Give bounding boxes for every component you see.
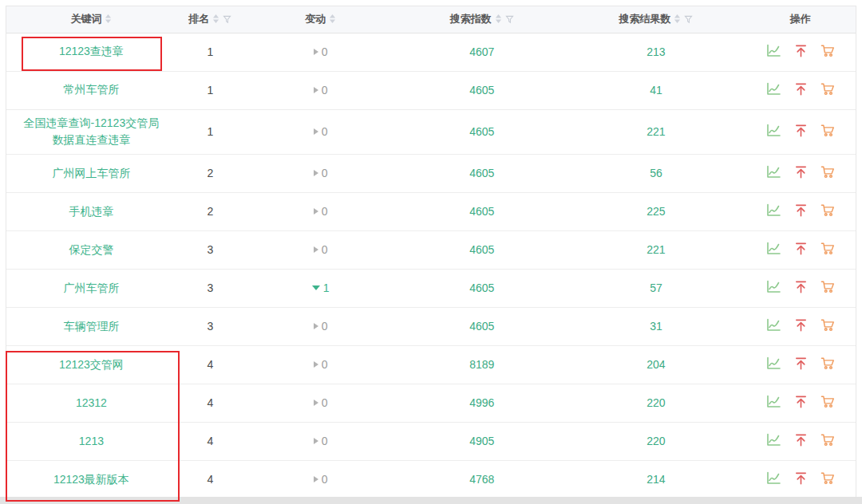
search-index-link[interactable]: 8189 — [469, 358, 494, 371]
search-results-link[interactable]: 213 — [646, 45, 665, 58]
to-top-icon[interactable] — [793, 43, 809, 58]
table-row: 12123查违章104607213 — [6, 33, 856, 71]
trend-chart-icon[interactable] — [765, 241, 782, 256]
cart-icon[interactable] — [820, 81, 836, 96]
keyword-link[interactable]: 手机违章 — [69, 205, 113, 218]
keyword-link[interactable]: 12312 — [76, 396, 107, 409]
column-header-change[interactable]: 变动 — [244, 6, 397, 33]
search-results-link[interactable]: 41 — [650, 84, 662, 96]
to-top-icon[interactable] — [793, 394, 809, 409]
keyword-link[interactable]: 1213 — [79, 435, 104, 447]
change-value: 0 — [244, 33, 397, 71]
trend-chart-icon[interactable] — [765, 43, 782, 58]
to-top-icon[interactable] — [793, 241, 809, 256]
rank-value: 3 — [176, 269, 244, 307]
keyword-link[interactable]: 常州车管所 — [63, 83, 119, 96]
change-flat-arrow-icon — [314, 87, 318, 93]
search-index-link[interactable]: 4768 — [469, 473, 494, 486]
rank-value: 4 — [176, 460, 244, 498]
keyword-link[interactable]: 广州车管所 — [63, 282, 119, 294]
search-results-link[interactable]: 220 — [646, 396, 665, 409]
change-value: 0 — [244, 422, 397, 460]
search-index-link[interactable]: 4605 — [469, 243, 494, 256]
to-top-icon[interactable] — [793, 471, 809, 486]
column-header-index[interactable]: 搜索指数 — [397, 6, 567, 33]
search-results-link[interactable]: 57 — [650, 282, 662, 294]
cart-icon[interactable] — [820, 164, 836, 179]
cart-icon[interactable] — [820, 279, 836, 294]
to-top-icon[interactable] — [793, 356, 809, 371]
trend-chart-icon[interactable] — [765, 471, 782, 486]
search-results-link[interactable]: 221 — [646, 125, 665, 138]
trend-chart-icon[interactable] — [765, 317, 782, 333]
table-body: 12123查违章104607213常州车管所10460541全国违章查询-121… — [6, 33, 856, 498]
keyword-link[interactable]: 广州网上车管所 — [52, 167, 130, 179]
keyword-link[interactable]: 12123交管网 — [59, 358, 124, 371]
trend-chart-icon[interactable] — [765, 432, 782, 447]
cart-icon[interactable] — [820, 43, 836, 58]
cart-icon[interactable] — [820, 432, 836, 447]
cart-icon[interactable] — [820, 471, 836, 486]
change-flat-arrow-icon — [314, 246, 318, 253]
change-flat-arrow-icon — [314, 128, 318, 135]
to-top-icon[interactable] — [793, 123, 809, 138]
column-label: 搜索结果数 — [619, 13, 670, 25]
search-index-link[interactable]: 4607 — [469, 45, 494, 58]
trend-chart-icon[interactable] — [765, 164, 782, 179]
search-results-link[interactable]: 225 — [646, 205, 665, 218]
search-results-link[interactable]: 221 — [646, 243, 665, 256]
change-number: 0 — [322, 358, 328, 371]
to-top-icon[interactable] — [793, 164, 809, 179]
column-label: 搜索指数 — [450, 13, 492, 25]
keyword-link[interactable]: 车辆管理所 — [63, 320, 119, 333]
to-top-icon[interactable] — [793, 203, 809, 218]
change-flat-arrow-icon — [314, 208, 318, 215]
search-index-link[interactable]: 4605 — [469, 282, 494, 294]
trend-chart-icon[interactable] — [765, 356, 782, 371]
search-index-link[interactable]: 4996 — [469, 396, 494, 409]
search-index-link[interactable]: 4605 — [469, 167, 494, 179]
sort-caret-icon[interactable] — [329, 14, 336, 26]
filter-funnel-icon[interactable] — [684, 14, 693, 26]
cart-icon[interactable] — [820, 394, 836, 409]
search-results-link[interactable]: 214 — [646, 473, 665, 486]
keyword-link[interactable]: 12123查违章 — [59, 45, 124, 57]
search-index-link[interactable]: 4605 — [469, 320, 494, 333]
search-index-link[interactable]: 4605 — [469, 125, 494, 138]
keyword-link[interactable]: 保定交警 — [69, 243, 113, 256]
sort-caret-icon[interactable] — [674, 14, 681, 26]
filter-funnel-icon[interactable] — [223, 14, 231, 26]
column-header-results[interactable]: 搜索结果数 — [567, 6, 745, 33]
trend-chart-icon[interactable] — [765, 394, 782, 409]
column-header-rank[interactable]: 排名 — [176, 6, 244, 33]
search-index-link[interactable]: 4605 — [469, 84, 494, 96]
to-top-icon[interactable] — [793, 432, 809, 447]
trend-chart-icon[interactable] — [765, 81, 782, 96]
search-index-link[interactable]: 4605 — [469, 205, 494, 218]
filter-funnel-icon[interactable] — [505, 14, 514, 26]
table-header: 关键词排名变动搜索指数搜索结果数操作 — [6, 6, 856, 33]
cart-icon[interactable] — [820, 317, 836, 333]
column-header-keyword[interactable]: 关键词 — [6, 6, 176, 33]
trend-chart-icon[interactable] — [765, 203, 782, 218]
trend-chart-icon[interactable] — [765, 123, 782, 138]
search-results-link[interactable]: 220 — [646, 435, 665, 447]
to-top-icon[interactable] — [793, 317, 809, 333]
search-results-link[interactable]: 204 — [646, 358, 665, 371]
cart-icon[interactable] — [820, 203, 836, 218]
search-index-link[interactable]: 4905 — [469, 435, 494, 447]
sort-caret-icon[interactable] — [105, 14, 112, 26]
to-top-icon[interactable] — [793, 81, 809, 96]
keyword-link[interactable]: 12123最新版本 — [53, 473, 129, 486]
to-top-icon[interactable] — [793, 279, 809, 294]
cart-icon[interactable] — [820, 356, 836, 371]
sort-caret-icon[interactable] — [495, 14, 502, 26]
search-results-link[interactable]: 56 — [650, 167, 662, 179]
sort-caret-icon[interactable] — [212, 14, 219, 26]
cart-icon[interactable] — [820, 241, 836, 256]
trend-chart-icon[interactable] — [765, 279, 782, 294]
keyword-link[interactable]: 全国违章查询-12123交管局数据直连查违章 — [24, 116, 160, 147]
search-results-link[interactable]: 31 — [650, 320, 662, 333]
change-number: 0 — [322, 167, 328, 179]
cart-icon[interactable] — [820, 123, 836, 138]
